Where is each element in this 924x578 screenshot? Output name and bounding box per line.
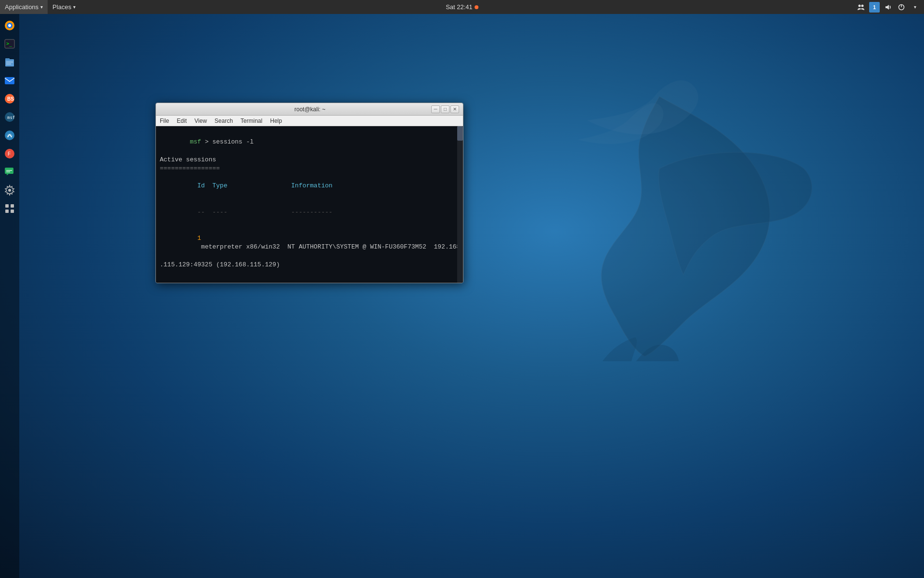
terminal-controls: ─ □ ✕ — [431, 105, 459, 113]
svg-point-1 — [861, 4, 864, 7]
terminal-blank-line — [160, 269, 452, 278]
terminal-prompt-2: msf > — [160, 278, 452, 283]
svg-text:msf: msf — [7, 115, 15, 120]
svg-rect-28 — [5, 210, 9, 213]
terminal-active-sessions: Active sessions — [160, 156, 452, 164]
terminal-close-button[interactable]: ✕ — [450, 105, 459, 113]
sidebar-settings-icon[interactable] — [2, 183, 17, 198]
sidebar-wireshark-icon[interactable] — [2, 128, 17, 143]
svg-rect-14 — [5, 77, 14, 84]
svg-rect-12 — [6, 62, 13, 63]
svg-marker-2 — [886, 5, 889, 10]
sidebar-metasploit-icon[interactable]: msf — [2, 109, 17, 125]
sidebar-email-icon[interactable] — [2, 73, 17, 88]
power-icon[interactable] — [895, 1, 908, 13]
network-label: 1 — [873, 4, 876, 10]
places-arrow: ▾ — [73, 4, 76, 10]
terminal-scrollbar[interactable] — [457, 126, 463, 283]
applications-arrow: ▾ — [40, 4, 43, 10]
terminal-col-sep: -- ---- ----------- ---------- — [160, 199, 452, 226]
sidebar-burpsuite-icon[interactable]: BS — [2, 91, 17, 106]
sidebar-faraday-icon[interactable]: F — [2, 146, 17, 161]
taskbar-clock-area: Sat 22:41 — [446, 3, 478, 11]
applications-menu[interactable]: Applications ▾ — [0, 0, 48, 14]
terminal-menubar: File Edit View Search Terminal Help — [156, 116, 463, 126]
terminal-menu-file[interactable]: File — [156, 116, 173, 126]
network-box: 1 — [869, 2, 880, 13]
sidebar: >_ BS msf — [0, 14, 19, 578]
terminal-menu-help[interactable]: Help — [266, 116, 286, 126]
desktop — [0, 0, 924, 578]
taskbar-left: Applications ▾ Places ▾ — [0, 0, 80, 14]
svg-rect-26 — [5, 204, 9, 208]
svg-point-0 — [859, 4, 861, 7]
svg-text:F: F — [8, 151, 11, 157]
terminal-data-row-cont: .115.129:49325 (192.168.115.129) — [160, 261, 452, 269]
clock-display: Sat 22:41 — [446, 3, 473, 11]
sidebar-chat-icon[interactable] — [2, 164, 17, 180]
terminal-col-headers: Id Type Information Connection — [160, 173, 452, 199]
terminal-data-row: 1 meterpreter x86/win32 NT AUTHORITY\SYS… — [160, 225, 452, 261]
volume-icon[interactable] — [882, 1, 894, 13]
svg-rect-11 — [5, 58, 10, 60]
sidebar-files-icon[interactable] — [2, 54, 17, 70]
svg-rect-27 — [11, 204, 14, 208]
power-arrow-icon[interactable]: ▾ — [909, 1, 921, 13]
svg-rect-24 — [6, 171, 10, 172]
terminal-content: msf > sessions -l Active sessions ======… — [160, 129, 459, 283]
sidebar-firefox-icon[interactable] — [2, 18, 17, 33]
places-label: Places — [52, 3, 71, 11]
terminal-menu-edit[interactable]: Edit — [173, 116, 191, 126]
terminal-menu-view[interactable]: View — [191, 116, 211, 126]
svg-point-25 — [8, 189, 11, 192]
prompt-1: msf — [190, 138, 201, 145]
svg-rect-13 — [6, 64, 11, 65]
terminal-menu-search[interactable]: Search — [211, 116, 237, 126]
terminal-scrollbar-thumb[interactable] — [457, 126, 463, 141]
sidebar-apps-grid-icon[interactable] — [2, 201, 17, 216]
sidebar-terminal-icon[interactable]: >_ — [2, 36, 17, 52]
svg-rect-10 — [5, 59, 14, 66]
terminal-window[interactable]: root@kali: ~ ─ □ ✕ File Edit View Search… — [155, 103, 463, 283]
terminal-separator: ================ — [160, 164, 452, 173]
terminal-body[interactable]: msf > sessions -l Active sessions ======… — [156, 126, 463, 283]
svg-text:BS: BS — [7, 96, 14, 102]
cmd-1: > sessions -l — [201, 138, 254, 145]
notification-dot — [475, 5, 478, 9]
svg-text:>_: >_ — [6, 41, 13, 47]
taskbar: Applications ▾ Places ▾ Sat 22:41 1 — [0, 0, 924, 14]
dragon-decoration — [491, 72, 828, 361]
places-menu[interactable]: Places ▾ — [48, 0, 80, 14]
svg-point-7 — [8, 24, 11, 27]
network-display-icon[interactable]: 1 — [868, 1, 881, 13]
terminal-title: root@kali: ~ — [189, 106, 431, 113]
svg-rect-29 — [11, 210, 14, 213]
terminal-minimize-button[interactable]: ─ — [431, 105, 440, 113]
terminal-maximize-button[interactable]: □ — [441, 105, 449, 113]
svg-rect-23 — [6, 170, 12, 171]
terminal-titlebar: root@kali: ~ ─ □ ✕ — [156, 103, 463, 116]
terminal-menu-terminal[interactable]: Terminal — [237, 116, 266, 126]
terminal-line-cmd: msf > sessions -l — [160, 129, 452, 156]
applications-label: Applications — [5, 3, 38, 11]
user-accounts-icon[interactable] — [855, 1, 867, 13]
taskbar-right: 1 ▾ — [855, 0, 924, 14]
